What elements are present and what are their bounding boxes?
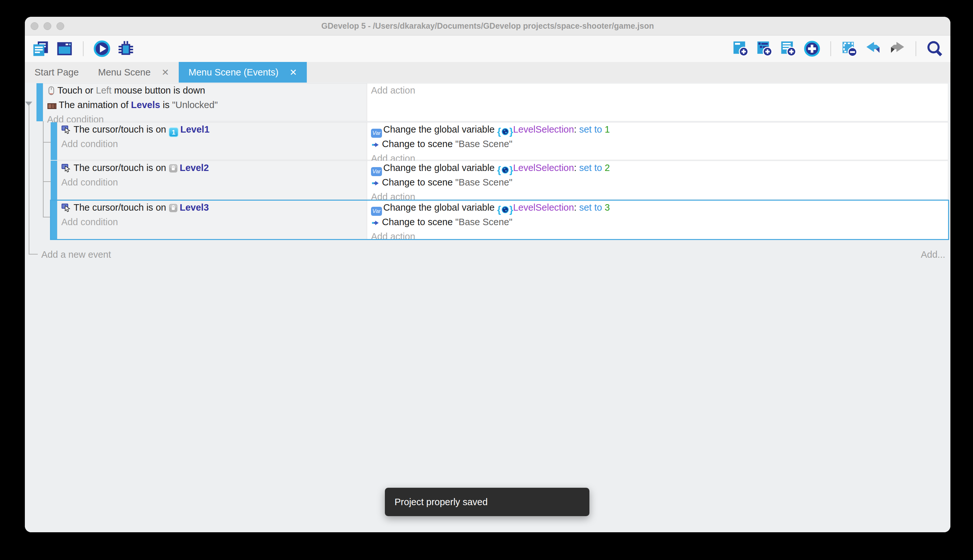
- add-action-button[interactable]: Add action: [367, 84, 948, 97]
- action-change-scene[interactable]: Change to scene "Base Scene": [367, 216, 948, 230]
- lock-icon: [169, 203, 178, 216]
- change-scene-arrow-icon: [371, 218, 380, 230]
- lock-icon: [169, 163, 178, 176]
- cursor-icon: [61, 163, 72, 176]
- condition-touch-mouse[interactable]: Touch or Left mouse button is down: [43, 84, 367, 99]
- add-new-event-button[interactable]: Add a new event: [41, 249, 111, 260]
- actions-column: VarChange the global variable {}LevelSel…: [367, 122, 948, 160]
- event-row[interactable]: The cursor/touch is on Level2 Add condit…: [57, 161, 948, 200]
- action-change-variable[interactable]: VarChange the global variable {}LevelSel…: [367, 123, 948, 138]
- toolbar-divider: [916, 41, 916, 56]
- window-title: GDevelop 5 - /Users/dkarakay/Documents/G…: [25, 21, 950, 31]
- toolbar-divider: [83, 41, 83, 56]
- event-row[interactable]: The cursor/touch is on 1Level1 Add condi…: [57, 122, 948, 160]
- add-more-button[interactable]: Add...: [921, 249, 945, 260]
- condition-cursor-on[interactable]: The cursor/touch is on Level3: [57, 201, 367, 216]
- actions-column: VarChange the global variable {}LevelSel…: [367, 161, 948, 200]
- tree-line: [43, 121, 43, 217]
- level1-thumbnail-icon: 1: [169, 127, 178, 137]
- action-change-scene[interactable]: Change to scene "Base Scene": [367, 176, 948, 191]
- project-manager-icon[interactable]: [32, 40, 49, 57]
- redo-icon[interactable]: [888, 40, 906, 57]
- event-indent-bar: [51, 161, 57, 200]
- global-variable-icon: {}: [497, 165, 513, 175]
- variable-icon: Var: [371, 207, 382, 216]
- conditions-column: The cursor/touch is on Level2 Add condit…: [57, 161, 367, 200]
- debug-icon[interactable]: [117, 40, 135, 57]
- events-sheet: Touch or Left mouse button is down The a…: [25, 83, 950, 532]
- change-scene-arrow-icon: [371, 140, 380, 152]
- add-subevent-icon[interactable]: [756, 40, 773, 57]
- animation-icon: [47, 101, 57, 113]
- add-condition-button[interactable]: Add condition: [57, 216, 367, 228]
- variable-icon: Var: [371, 167, 382, 176]
- tab-label: Menu Scene (Events): [188, 67, 278, 78]
- conditions-column: The cursor/touch is on Level3 Add condit…: [57, 200, 367, 239]
- cursor-icon: [61, 125, 72, 138]
- event-row-selected[interactable]: The cursor/touch is on Level3 Add condit…: [57, 200, 948, 239]
- condition-animation[interactable]: The animation of Levels is "Unlocked": [43, 99, 367, 113]
- tree-line: [29, 254, 38, 255]
- event-indent-bar: [51, 122, 57, 160]
- event-row[interactable]: Touch or Left mouse button is down The a…: [43, 83, 948, 121]
- tree-line: [43, 181, 51, 182]
- save-toast: Project properly saved: [385, 488, 590, 516]
- global-variable-icon: {}: [497, 127, 513, 136]
- add-condition-button[interactable]: Add condition: [57, 176, 367, 189]
- tab-menu-scene[interactable]: Menu Scene ✕: [88, 62, 179, 83]
- tree-line: [43, 142, 51, 143]
- tree-line: [29, 105, 29, 255]
- tab-label: Menu Scene: [98, 67, 151, 78]
- search-icon[interactable]: [926, 40, 943, 57]
- scene-editor-icon[interactable]: [56, 40, 73, 57]
- close-tab-icon[interactable]: ✕: [162, 67, 169, 78]
- tab-bar: Start Page Menu Scene ✕ Menu Scene (Even…: [25, 62, 950, 83]
- actions-column: Add action: [367, 83, 948, 121]
- tab-start-page[interactable]: Start Page: [25, 62, 88, 83]
- toast-message: Project properly saved: [395, 497, 488, 507]
- global-variable-icon: {}: [497, 205, 513, 214]
- add-comment-icon[interactable]: [780, 40, 797, 57]
- conditions-column: Touch or Left mouse button is down The a…: [43, 83, 367, 121]
- add-more-icon[interactable]: [803, 40, 821, 57]
- action-change-variable[interactable]: VarChange the global variable {}LevelSel…: [367, 201, 948, 216]
- toolbar-divider: [830, 41, 831, 56]
- add-event-icon[interactable]: [732, 40, 749, 57]
- condition-cursor-on[interactable]: The cursor/touch is on Level2: [57, 162, 367, 176]
- event-indent-bar: [51, 200, 57, 239]
- delete-selection-icon[interactable]: [841, 40, 858, 57]
- tree-line: [43, 217, 51, 217]
- play-icon[interactable]: [93, 40, 111, 57]
- tab-menu-scene-events[interactable]: Menu Scene (Events) ✕: [179, 62, 307, 83]
- titlebar: GDevelop 5 - /Users/dkarakay/Documents/G…: [25, 17, 950, 35]
- event-indent-bar: [37, 83, 43, 121]
- cursor-icon: [61, 203, 72, 216]
- add-action-button[interactable]: Add action: [367, 230, 948, 243]
- conditions-column: The cursor/touch is on 1Level1 Add condi…: [57, 122, 367, 160]
- mouse-icon: [47, 86, 55, 99]
- main-toolbar: [25, 35, 950, 62]
- action-change-scene[interactable]: Change to scene "Base Scene": [367, 138, 948, 152]
- close-tab-icon[interactable]: ✕: [289, 67, 297, 78]
- gdevelop-window: GDevelop 5 - /Users/dkarakay/Documents/G…: [25, 17, 950, 532]
- undo-icon[interactable]: [865, 40, 882, 57]
- change-scene-arrow-icon: [371, 178, 380, 191]
- condition-cursor-on[interactable]: The cursor/touch is on 1Level1: [57, 123, 367, 138]
- actions-column: VarChange the global variable {}LevelSel…: [367, 200, 948, 239]
- add-condition-button[interactable]: Add condition: [57, 138, 367, 150]
- action-change-variable[interactable]: VarChange the global variable {}LevelSel…: [367, 162, 948, 176]
- tab-label: Start Page: [35, 67, 79, 78]
- variable-icon: Var: [371, 129, 382, 138]
